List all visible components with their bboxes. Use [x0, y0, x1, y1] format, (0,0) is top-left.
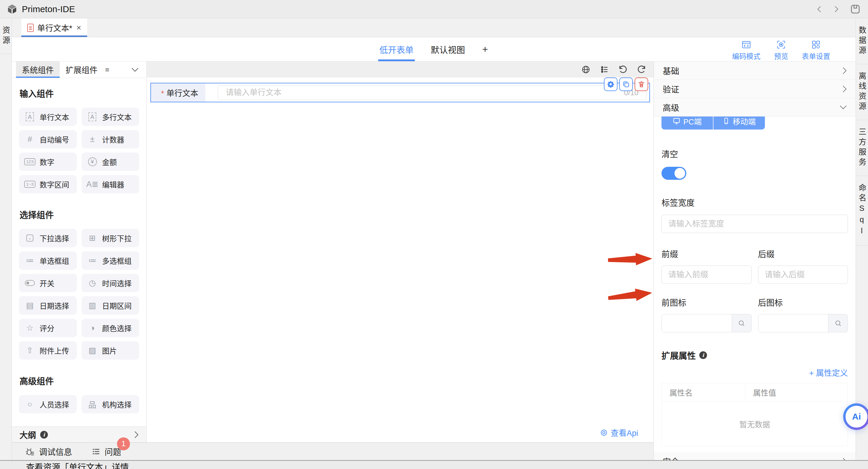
component-item-image[interactable]: ▨图片: [82, 341, 140, 359]
component-item-multi-line-text[interactable]: A多行文本: [82, 108, 140, 126]
dropdown-icon: ⌄: [24, 235, 36, 242]
view-api-link[interactable]: 查看Api: [600, 427, 638, 438]
top-bar: Primeton-IDE: [0, 0, 868, 18]
sidebar-item-data-source[interactable]: 数据源: [856, 18, 868, 64]
org-icon: 品: [86, 399, 99, 410]
form-settings-icon: [811, 40, 821, 49]
tab-extension-components[interactable]: 扩展组件: [60, 61, 103, 78]
device-pc-button[interactable]: PC端: [661, 117, 713, 129]
sidebar-item-named-sql[interactable]: 命名Sql: [856, 176, 868, 245]
label-width-input[interactable]: [661, 215, 848, 233]
section-advanced[interactable]: 高级: [654, 98, 856, 117]
form-surface[interactable]: * 单行文本 0/10 查看Api: [147, 78, 653, 442]
save-icon[interactable]: [849, 3, 862, 16]
prefix-input[interactable]: [661, 266, 752, 284]
tab-system-components[interactable]: 系统组件: [16, 61, 60, 78]
section-title: 输入组件: [20, 87, 138, 99]
chevron-down-icon: [840, 105, 847, 110]
redo-icon[interactable]: [637, 65, 646, 74]
outline-label: 大纲: [20, 429, 36, 441]
tab-default-view[interactable]: 默认视图: [431, 37, 465, 61]
component-item-color[interactable]: ◑颜色选择: [82, 319, 140, 337]
app-logo-icon: [6, 4, 18, 15]
field-delete-button[interactable]: [634, 78, 648, 91]
component-item-amount[interactable]: ¥金额: [82, 153, 140, 171]
number-icon: 123: [24, 158, 36, 165]
debug-info-button[interactable]: 调试信息: [25, 446, 72, 458]
attr-table: 属性名 属性值 暂无数据: [661, 383, 848, 446]
component-item-rating[interactable]: ☆评分: [19, 319, 77, 337]
switch-icon: [24, 280, 36, 286]
component-item-auto-number[interactable]: #自动编号: [19, 130, 77, 148]
selected-field-single-line-text[interactable]: * 单行文本 0/10: [150, 83, 650, 102]
component-item-tree-dropdown[interactable]: ⊞树形下拉: [82, 229, 140, 247]
close-icon[interactable]: ×: [76, 23, 81, 32]
suffix-icon-input[interactable]: [758, 314, 829, 332]
device-mobile-button[interactable]: 移动端: [713, 117, 765, 129]
time-icon: ◷: [86, 278, 99, 288]
component-label: 开关: [39, 278, 54, 288]
prefix-icon-input[interactable]: [662, 314, 732, 332]
history-forward-icon[interactable]: [832, 5, 841, 13]
component-item-time[interactable]: ◷时间选择: [82, 274, 140, 292]
sidebar-item-third-party-services[interactable]: 三方服务: [856, 120, 868, 176]
single-line-text-input[interactable]: [226, 88, 624, 97]
add-view-button[interactable]: +: [482, 37, 488, 61]
component-label: 机构选择: [102, 399, 132, 410]
collapse-panel-icon[interactable]: [131, 61, 138, 78]
field-copy-button[interactable]: [619, 78, 633, 91]
sidebar-item-offline-resources[interactable]: 离线资源: [856, 64, 868, 120]
problems-count-badge: 1: [117, 437, 130, 450]
search-icon[interactable]: [828, 314, 848, 332]
component-label: 图片: [102, 345, 117, 356]
annotation-arrow-prefix: [608, 252, 653, 267]
component-section: 选择组件⌄下拉选择⊞树形下拉≔单选框组≔多选框组开关◷时间选择▤日期选择▥日期区…: [19, 208, 139, 359]
component-item-radio-group[interactable]: ≔单选框组: [19, 251, 77, 270]
tab-low-code-form[interactable]: 低开表单: [379, 37, 414, 61]
component-item-date[interactable]: ▤日期选择: [19, 296, 77, 315]
section-basic[interactable]: 基础: [654, 61, 856, 80]
component-item-person[interactable]: ○人员选择: [19, 395, 77, 413]
design-canvas: * 单行文本 0/10 查看Api: [147, 61, 653, 442]
section-title: 高级组件: [20, 374, 138, 387]
component-item-number-range[interactable]: 1~3数字区间: [19, 175, 77, 194]
sidebar-item-resources[interactable]: 资源: [0, 18, 11, 54]
form-settings-button[interactable]: 表单设置: [802, 40, 830, 61]
component-item-date-range[interactable]: ▥日期区间: [82, 296, 140, 315]
prefix-icon-label: 前图标: [661, 296, 752, 308]
section-security[interactable]: 安全: [654, 452, 856, 460]
component-item-single-line-text[interactable]: A单行文本: [19, 108, 77, 126]
status-bar: 查看资源「单行文本」详情: [0, 460, 868, 469]
component-item-number[interactable]: 123数字: [19, 153, 77, 171]
component-item-upload[interactable]: ⇧附件上传: [19, 341, 77, 359]
component-label: 树形下拉: [102, 233, 132, 243]
component-item-editor[interactable]: A≣编辑器: [82, 175, 140, 194]
section-validation[interactable]: 验证: [654, 80, 856, 98]
code-mode-button[interactable]: 编码模式: [732, 40, 761, 61]
suffix-label: 后缀: [758, 248, 848, 260]
suffix-input[interactable]: [758, 266, 848, 284]
component-item-switch[interactable]: 开关: [19, 274, 77, 292]
outline-tree-icon[interactable]: [600, 65, 609, 74]
info-icon: i: [699, 351, 707, 359]
api-eye-icon: [600, 429, 608, 437]
rating-icon: ☆: [24, 323, 36, 333]
history-back-icon[interactable]: [815, 5, 824, 13]
problems-button[interactable]: 问题 1: [92, 446, 121, 458]
clear-toggle[interactable]: [661, 167, 686, 180]
component-item-counter[interactable]: ±计数器: [82, 130, 140, 148]
search-icon[interactable]: [732, 314, 751, 332]
field-settings-button[interactable]: [604, 78, 617, 91]
component-item-checkbox-group[interactable]: ≔多选框组: [82, 251, 140, 270]
chevron-right-icon: [843, 85, 847, 93]
undo-icon[interactable]: [618, 65, 627, 74]
tab-single-line-text[interactable]: 单行文本* ×: [21, 18, 87, 37]
component-menu-icon[interactable]: ≡: [105, 61, 109, 78]
date-icon: ▤: [24, 301, 36, 310]
component-item-org[interactable]: 品机构选择: [82, 395, 140, 413]
globalization-icon[interactable]: [582, 65, 590, 74]
ai-assistant-button[interactable]: Ai: [843, 403, 868, 430]
preview-button[interactable]: 预览: [774, 40, 788, 61]
attr-define-link[interactable]: + 属性定义: [661, 367, 848, 378]
component-item-dropdown[interactable]: ⌄下拉选择: [19, 229, 77, 247]
